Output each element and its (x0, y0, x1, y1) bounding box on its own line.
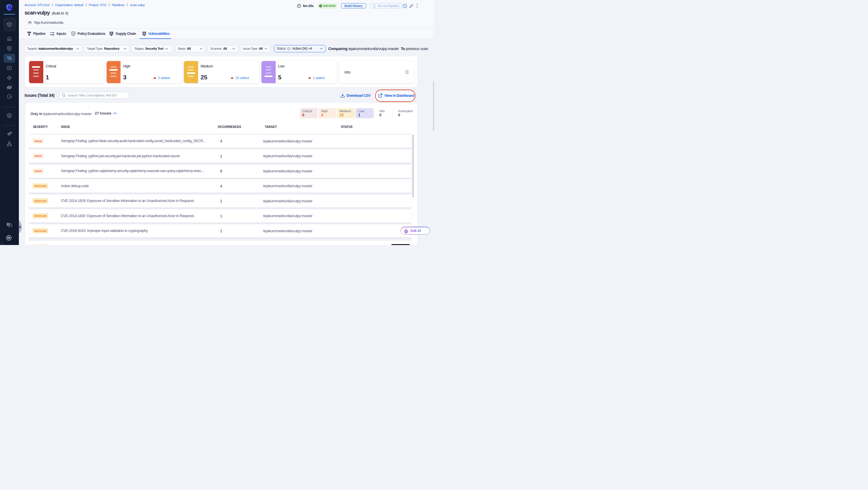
svg-text:?: ? (8, 223, 9, 226)
